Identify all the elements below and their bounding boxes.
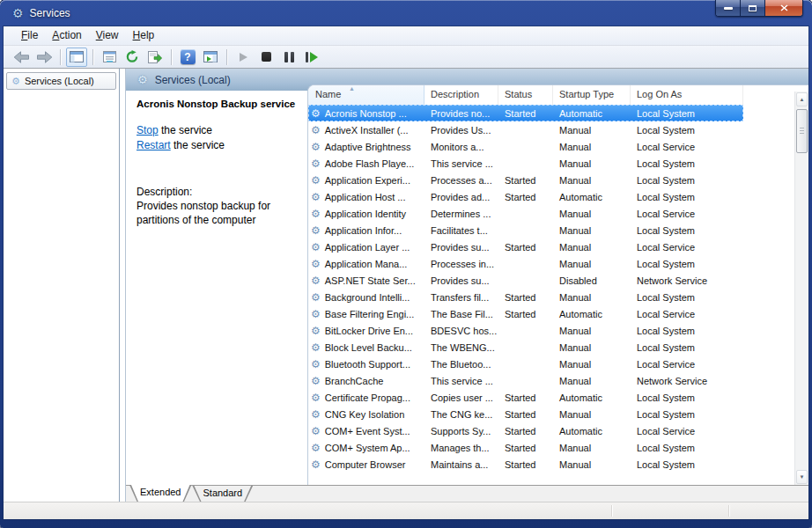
scroll-up-icon: ▲ (800, 97, 805, 102)
scrollbar-thumb[interactable] (796, 109, 808, 153)
start-service-icon (240, 53, 247, 62)
service-gear-icon: ⚙ (311, 275, 321, 286)
cell-name: Background Intelli... (325, 292, 410, 303)
maximize-button[interactable] (741, 0, 765, 16)
table-row[interactable]: ⚙Application Layer ... Provides su... St… (308, 238, 743, 255)
service-gear-icon: ⚙ (311, 225, 321, 236)
cell-name: COM+ Event Syst... (325, 426, 410, 436)
menu-help[interactable]: Help (126, 26, 162, 45)
show-action-pane-button[interactable] (200, 48, 221, 67)
table-row[interactable]: ⚙Application Identity Determines ... Man… (308, 205, 743, 222)
menu-action[interactable]: Action (45, 26, 88, 45)
start-service-button[interactable] (233, 48, 254, 67)
refresh-button[interactable] (122, 48, 143, 67)
cell-description: Provides su... (424, 242, 498, 253)
export-list-icon (148, 51, 162, 63)
scroll-up-button[interactable]: ▲ (796, 92, 808, 106)
table-row[interactable]: ⚙COM+ Event Syst... Supports Sy... Start… (308, 422, 743, 439)
stop-service-link[interactable]: Stop (137, 124, 159, 136)
vertical-scrollbar[interactable]: ▲ ▼ (794, 92, 808, 485)
table-row[interactable]: ⚙ASP.NET State Ser... Provides su... Dis… (308, 272, 743, 289)
table-row[interactable]: ⚙Computer Browser Maintains a... Started… (308, 456, 743, 473)
toolbar-separator (171, 49, 172, 65)
cell-name: Adobe Flash Playe... (325, 158, 415, 169)
cell-startup-type: Manual (553, 359, 631, 370)
help-button[interactable]: ? (177, 48, 198, 67)
column-header-name[interactable]: ▲ Name (308, 85, 424, 105)
column-header-log-on-as[interactable]: Log On As (631, 85, 743, 105)
table-row[interactable]: ⚙Certificate Propag... Copies user ... S… (308, 389, 743, 406)
table-row[interactable]: ⚙Background Intelli... Transfers fil... … (308, 289, 743, 305)
stop-service-button[interactable] (255, 48, 277, 67)
restart-service-link[interactable]: Restart (137, 139, 171, 151)
titlebar[interactable]: ⚙ Services (4, 0, 808, 26)
service-gear-icon: ⚙ (311, 409, 321, 420)
show-console-tree-button[interactable] (66, 48, 87, 67)
table-row[interactable]: ⚙ActiveX Installer (... Provides Us... M… (308, 121, 743, 138)
help-icon: ? (181, 49, 196, 64)
services-gear-icon: ⚙ (11, 77, 20, 86)
service-gear-icon: ⚙ (311, 242, 321, 253)
cell-log-on-as: Local Service (631, 209, 743, 219)
cell-description: The CNG ke... (424, 409, 498, 420)
close-button[interactable] (765, 0, 802, 16)
maximize-icon (749, 5, 757, 11)
cell-startup-type: Manual (553, 125, 631, 136)
table-row[interactable]: ⚙COM+ System Ap... Manages th... Started… (308, 439, 743, 456)
service-gear-icon: ⚙ (311, 158, 321, 169)
table-row[interactable]: ⚙Adaptive Brightness Monitors a... Manua… (308, 138, 743, 155)
close-icon (780, 4, 788, 11)
table-row[interactable]: ⚙Application Infor... Facilitates t... M… (308, 222, 743, 238)
table-row[interactable]: ⚙Base Filtering Engi... The Base Fil... … (308, 305, 743, 322)
forward-button[interactable] (33, 48, 55, 67)
table-row[interactable]: ⚙Application Host ... Provides ad... Sta… (308, 188, 743, 205)
column-header-description[interactable]: Description (424, 85, 498, 105)
cell-status: Started (498, 242, 553, 253)
cell-name: CNG Key Isolation (325, 409, 404, 420)
properties-button[interactable] (99, 48, 120, 67)
tab-extended[interactable]: Extended (129, 485, 191, 502)
cell-log-on-as: Local System (631, 292, 743, 303)
cell-log-on-as: Local System (631, 259, 743, 269)
cell-description: Determines ... (424, 209, 498, 219)
cell-startup-type: Automatic (553, 426, 631, 436)
cell-name: Application Experi... (325, 175, 410, 186)
table-row[interactable]: ⚙BranchCache This service ... Manual Net… (308, 372, 743, 389)
table-row[interactable]: ⚙Application Mana... Processes in... Man… (308, 255, 743, 272)
cell-description: Provides no... (424, 108, 498, 119)
column-header-status[interactable]: Status (498, 85, 553, 105)
cell-status: Started (498, 292, 553, 303)
menu-file[interactable]: File (14, 26, 45, 45)
cell-startup-type: Manual (553, 459, 631, 470)
cell-status: Started (498, 426, 553, 436)
minimize-button[interactable] (716, 0, 741, 16)
scrollbar-track[interactable] (795, 153, 808, 469)
tab-standard[interactable]: Standard (192, 486, 253, 502)
window-title: Services (30, 7, 70, 19)
pause-service-button[interactable] (278, 48, 299, 67)
table-row[interactable]: ⚙BitLocker Drive En... BDESVC hos... Man… (308, 322, 743, 339)
export-list-button[interactable] (144, 48, 166, 67)
scroll-down-button[interactable]: ▼ (796, 470, 808, 484)
service-gear-icon: ⚙ (311, 209, 321, 219)
cell-startup-type: Manual (553, 175, 631, 186)
statusbar-separator (728, 505, 729, 517)
back-button[interactable] (11, 48, 32, 67)
table-row[interactable]: ⚙Application Experi... Processes a... St… (308, 172, 743, 188)
cell-description: Copies user ... (424, 392, 498, 403)
cell-name: Adaptive Brightness (325, 142, 411, 152)
panel-splitter[interactable] (120, 69, 126, 502)
tree-item-services-local[interactable]: ⚙ Services (Local) (6, 72, 116, 90)
service-gear-icon: ⚙ (311, 459, 321, 470)
table-row[interactable]: ⚙CNG Key Isolation The CNG ke... Started… (308, 406, 743, 422)
show-console-tree-icon (70, 51, 84, 62)
table-row[interactable]: ⚙Bluetooth Support... The Bluetoo... Man… (308, 356, 743, 372)
table-row[interactable]: ⚙Block Level Backu... The WBENG... Manua… (308, 339, 743, 356)
menu-view[interactable]: View (89, 26, 126, 45)
restart-service-button[interactable] (301, 48, 322, 67)
cell-log-on-as: Local System (631, 225, 743, 236)
column-header-startup-type[interactable]: Startup Type (553, 85, 631, 105)
table-row[interactable]: ⚙Adobe Flash Playe... This service ... M… (308, 155, 743, 172)
table-row[interactable]: ⚙Acronis Nonstop ... Provides no... Star… (308, 105, 743, 121)
cell-log-on-as: Local System (631, 342, 743, 353)
